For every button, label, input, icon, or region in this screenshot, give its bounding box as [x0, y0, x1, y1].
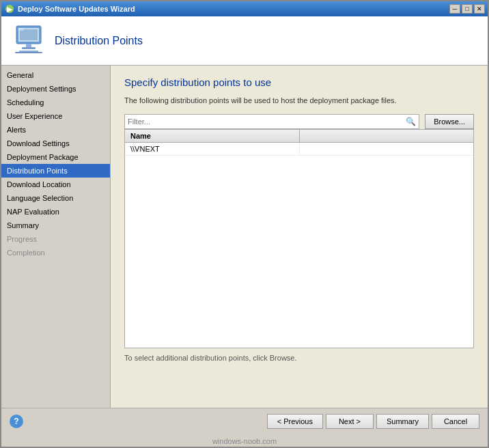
table-column-extra [300, 130, 474, 142]
main-window: ▶ Deploy Software Updates Wizard ─ □ ✕ [0, 0, 489, 448]
help-icon[interactable]: ? [10, 415, 23, 428]
filter-input-container: 🔍 [124, 114, 419, 129]
previous-button[interactable]: < Previous [267, 414, 323, 429]
sidebar-item-general[interactable]: General [1, 68, 110, 82]
sidebar: General Deployment Settings Scheduling U… [1, 66, 111, 408]
wizard-body: General Deployment Settings Scheduling U… [1, 66, 488, 408]
footer-left: ? [10, 415, 23, 428]
content-title: Specify distribution points to use [124, 76, 474, 88]
watermark: windows-noob.com [1, 434, 488, 447]
wizard-footer: ? < Previous Next > Summary Cancel [1, 408, 488, 434]
title-bar: ▶ Deploy Software Updates Wizard ─ □ ✕ [1, 1, 488, 16]
cancel-button[interactable]: Cancel [432, 414, 479, 429]
sidebar-item-deployment-package[interactable]: Deployment Package [1, 150, 110, 164]
close-button[interactable]: ✕ [474, 4, 485, 14]
sidebar-item-completion: Completion [1, 246, 110, 260]
table-column-name: Name [125, 130, 300, 142]
svg-rect-8 [20, 29, 38, 40]
content-area: Specify distribution points to use The f… [111, 66, 488, 408]
table-cell-name: \\VNEXT [125, 143, 300, 155]
table-body: \\VNEXT [125, 143, 473, 348]
svg-rect-9 [18, 28, 24, 31]
browse-button[interactable]: Browse... [425, 114, 474, 129]
wizard-title-icon: ▶ [4, 3, 15, 14]
header-title: Distribution Points [55, 35, 143, 47]
sidebar-item-download-location[interactable]: Download Location [1, 178, 110, 191]
next-button[interactable]: Next > [326, 414, 374, 429]
filter-input[interactable] [128, 117, 406, 126]
search-icon: 🔍 [406, 117, 416, 126]
filter-row: 🔍 Browse... [124, 114, 474, 129]
sidebar-item-alerts[interactable]: Alerts [1, 123, 110, 137]
content-description: The following distribution points will b… [124, 96, 474, 104]
sidebar-item-progress: Progress [1, 232, 110, 246]
sidebar-item-scheduling[interactable]: Scheduling [1, 96, 110, 109]
table-header: Name [125, 130, 473, 143]
summary-button[interactable]: Summary [376, 414, 429, 429]
svg-rect-5 [22, 47, 36, 49]
sidebar-item-nap-evaluation[interactable]: NAP Evaluation [1, 205, 110, 219]
title-bar-left: ▶ Deploy Software Updates Wizard [4, 3, 135, 14]
header-icon [12, 23, 45, 58]
sidebar-item-summary[interactable]: Summary [1, 219, 110, 232]
minimize-button[interactable]: ─ [449, 4, 460, 14]
title-bar-text: Deploy Software Updates Wizard [18, 5, 135, 13]
table-cell-extra [300, 143, 474, 155]
svg-rect-7 [15, 52, 42, 53]
sidebar-item-download-settings[interactable]: Download Settings [1, 137, 110, 150]
table-row[interactable]: \\VNEXT [125, 143, 473, 156]
wizard-header: Distribution Points [1, 16, 488, 66]
sidebar-item-user-experience[interactable]: User Experience [1, 109, 110, 123]
title-bar-controls: ─ □ ✕ [449, 4, 485, 14]
maximize-button[interactable]: □ [462, 4, 473, 14]
hint-text: To select additional distribution points… [124, 354, 474, 362]
distribution-points-table: Name \\VNEXT [124, 129, 474, 348]
sidebar-item-deployment-settings[interactable]: Deployment Settings [1, 82, 110, 96]
sidebar-item-language-selection[interactable]: Language Selection [1, 191, 110, 205]
sidebar-item-distribution-points[interactable]: Distribution Points [1, 164, 110, 178]
svg-text:▶: ▶ [7, 5, 13, 13]
footer-buttons: < Previous Next > Summary Cancel [267, 414, 479, 429]
